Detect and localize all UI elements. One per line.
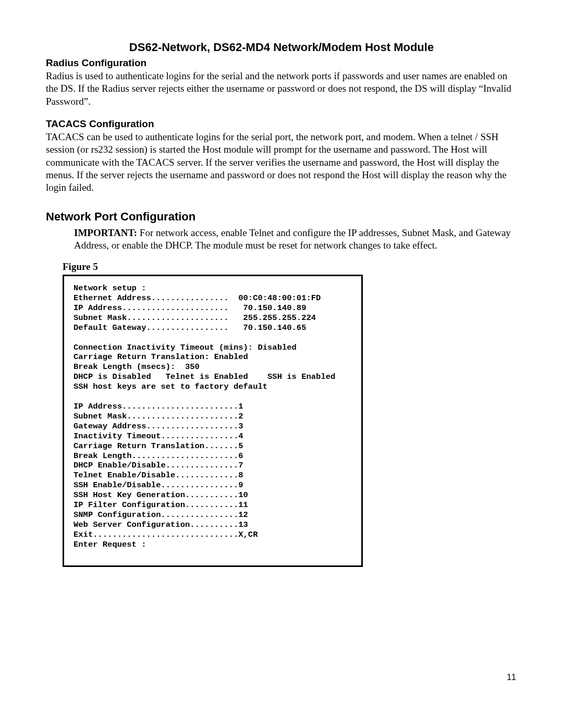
tacacs-heading: TACACS Configuration bbox=[46, 118, 517, 130]
important-body: For network access, enable Telnet and co… bbox=[74, 227, 511, 251]
tacacs-body: TACACS can be used to authenticate login… bbox=[46, 131, 517, 194]
important-note: IMPORTANT: For network access, enable Te… bbox=[74, 227, 517, 252]
document-title: DS62-Network, DS62-MD4 Network/Modem Hos… bbox=[46, 41, 517, 54]
network-heading: Network Port Configuration bbox=[46, 210, 517, 224]
page: DS62-Network, DS62-MD4 Network/Modem Hos… bbox=[0, 0, 563, 728]
radius-body: Radius is used to authenticate logins fo… bbox=[46, 70, 517, 108]
radius-heading: Radius Configuration bbox=[46, 57, 517, 69]
network-setup-screen: Network setup : Ethernet Address........… bbox=[63, 275, 363, 566]
page-number: 11 bbox=[507, 673, 516, 682]
figure-label: Figure 5 bbox=[63, 261, 517, 273]
important-label: IMPORTANT: bbox=[74, 227, 137, 238]
